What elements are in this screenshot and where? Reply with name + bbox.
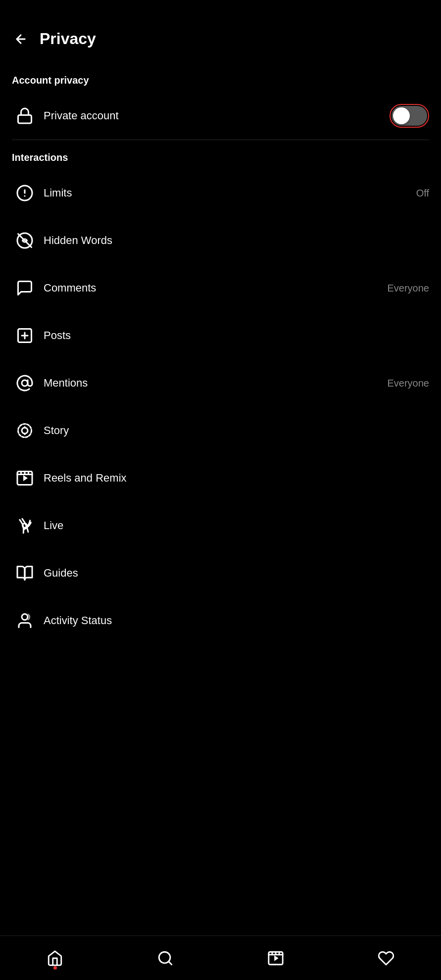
bottom-navigation (0, 935, 441, 980)
interactions-heading: Interactions (0, 140, 441, 169)
mentions-icon (12, 370, 38, 396)
lock-icon (12, 103, 38, 129)
svg-point-11 (22, 428, 28, 434)
reels-and-remix-row[interactable]: Reels and Remix (0, 454, 441, 502)
interactions-section: Interactions Limits Off (0, 140, 441, 644)
nav-reels[interactable] (257, 945, 294, 972)
activity-status-icon (12, 608, 38, 634)
nav-notifications[interactable] (368, 945, 404, 972)
guides-icon (12, 560, 38, 586)
home-icon (47, 950, 63, 967)
hidden-words-row[interactable]: Hidden Words (0, 217, 441, 264)
guides-label: Guides (44, 567, 429, 580)
limits-icon (12, 180, 38, 206)
comments-value: Everyone (388, 283, 430, 294)
story-row[interactable]: Story (0, 407, 441, 454)
live-row[interactable]: Live (0, 502, 441, 549)
back-button[interactable] (12, 30, 30, 48)
mentions-row[interactable]: Mentions Everyone (0, 359, 441, 407)
svg-line-23 (169, 961, 172, 964)
posts-label: Posts (44, 329, 429, 342)
mentions-label: Mentions (44, 377, 388, 390)
header: Privacy (0, 0, 441, 63)
story-label: Story (44, 424, 429, 437)
private-account-label: Private account (44, 109, 390, 122)
search-icon (157, 950, 174, 967)
live-label: Live (44, 519, 429, 532)
svg-marker-15 (23, 475, 28, 481)
comments-icon (12, 275, 38, 301)
svg-point-9 (22, 380, 28, 386)
limits-label: Limits (44, 187, 416, 199)
hidden-words-label: Hidden Words (44, 234, 429, 247)
svg-rect-0 (18, 115, 32, 124)
live-icon (12, 513, 38, 539)
svg-point-10 (18, 424, 32, 438)
comments-label: Comments (44, 282, 388, 294)
toggle-knob (393, 107, 410, 124)
story-icon (12, 418, 38, 443)
svg-point-21 (22, 614, 28, 620)
hidden-words-icon (12, 228, 38, 253)
heart-icon (378, 950, 394, 967)
guides-row[interactable]: Guides (0, 549, 441, 597)
nav-search[interactable] (147, 945, 184, 972)
activity-status-row[interactable]: Activity Status (0, 597, 441, 644)
reels-and-remix-label: Reels and Remix (44, 472, 429, 485)
home-dot (53, 966, 57, 970)
activity-status-label: Activity Status (44, 614, 429, 627)
page-title: Privacy (40, 30, 96, 48)
private-account-row[interactable]: Private account (0, 92, 441, 140)
private-account-toggle-wrapper (390, 104, 429, 128)
reels-nav-icon (267, 950, 284, 967)
private-account-toggle[interactable] (392, 106, 427, 126)
account-privacy-heading: Account privacy (0, 63, 441, 92)
limits-row[interactable]: Limits Off (0, 169, 441, 217)
posts-row[interactable]: Posts (0, 312, 441, 359)
posts-icon (12, 323, 38, 348)
svg-marker-25 (274, 955, 279, 961)
limits-value: Off (416, 188, 429, 199)
nav-home[interactable] (37, 945, 73, 972)
reels-icon (12, 465, 38, 491)
account-privacy-section: Account privacy Private account (0, 63, 441, 140)
mentions-value: Everyone (388, 378, 430, 389)
comments-row[interactable]: Comments Everyone (0, 264, 441, 312)
